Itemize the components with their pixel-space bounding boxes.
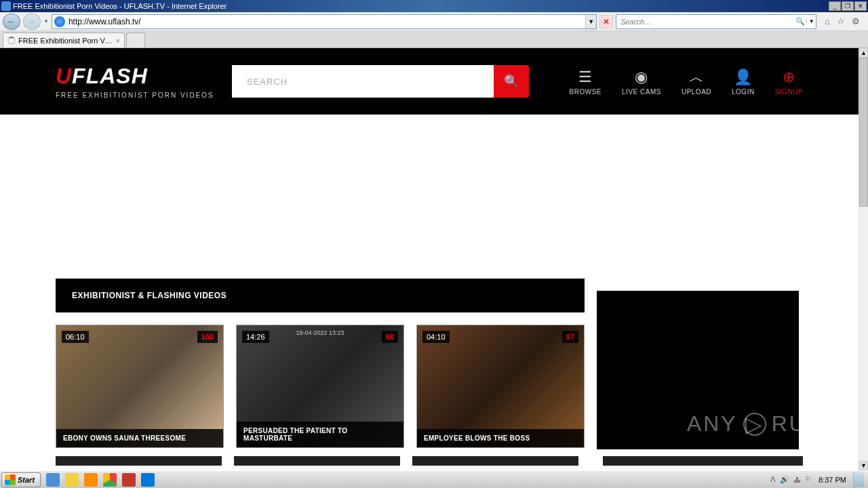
forward-button[interactable]: → — [23, 14, 41, 30]
video-duration: 14:26 — [242, 331, 269, 343]
browser-search-input[interactable] — [616, 18, 795, 26]
video-title: EBONY OWNS SAUNA THREESOME — [56, 429, 223, 447]
loading-spinner-icon — [7, 37, 16, 45]
url-dropdown[interactable]: ▼ — [585, 15, 596, 28]
show-desktop-button[interactable] — [853, 472, 864, 487]
new-tab-button[interactable] — [126, 33, 145, 47]
taskbar-explorer-icon[interactable] — [65, 473, 79, 487]
windows-taskbar: Start ᐱ 🔊 🖧 ⚐ 8:37 PM — [0, 470, 868, 488]
tab-title: FREE Exhibitionist Porn Video... — [18, 37, 113, 45]
nav-signup[interactable]: ⊕ SIGNUP — [775, 68, 803, 96]
video-title: PERSUADED THE PATIENT TO MASTURBATE — [237, 422, 403, 447]
scroll-thumb[interactable] — [859, 58, 868, 207]
nav-history-dropdown[interactable]: ▼ — [43, 18, 49, 24]
nav-upload[interactable]: ︿ UPLOAD — [682, 68, 711, 96]
favorites-icon[interactable]: ☆ — [837, 16, 845, 26]
ie-icon — [1, 1, 11, 11]
video-card[interactable] — [603, 456, 803, 466]
taskbar-media-icon[interactable] — [84, 473, 98, 487]
video-score: 100 — [197, 331, 218, 343]
video-card[interactable] — [412, 456, 578, 466]
globe-icon — [54, 16, 65, 27]
section-title: EXHIBITIONIST & FLASHING VIDEOS — [56, 279, 585, 312]
address-bar[interactable]: http://www.uflash.tv/ ▼ — [52, 14, 597, 29]
webcam-icon: ◉ — [622, 68, 661, 87]
site-search-button[interactable]: 🔍 — [494, 65, 529, 98]
start-button[interactable]: Start — [1, 472, 41, 487]
logo-u: U — [56, 64, 72, 88]
tray-volume-icon[interactable]: 🔊 — [780, 475, 789, 484]
nav-livecams[interactable]: ◉ LIVE CAMS — [622, 68, 661, 96]
close-button[interactable]: ✕ — [854, 1, 867, 11]
scroll-up-arrow[interactable]: ▲ — [859, 48, 868, 58]
video-duration: 04:10 — [422, 331, 450, 343]
video-score: 97 — [562, 331, 578, 343]
back-button[interactable]: ← — [3, 14, 20, 30]
maximize-button[interactable]: ❐ — [842, 1, 854, 11]
hamburger-icon: ☰ — [570, 68, 601, 87]
tools-icon[interactable]: ⚙ — [852, 16, 860, 26]
window-title: FREE Exhibitionist Porn Videos - UFLASH.… — [13, 2, 828, 10]
taskbar-app-icon[interactable] — [122, 473, 136, 487]
tab-bar: FREE Exhibitionist Porn Video... × — [0, 31, 868, 48]
stop-reload-button[interactable]: ✕ — [599, 15, 613, 28]
video-score: 98 — [382, 331, 398, 343]
taskbar-ie-icon[interactable] — [46, 473, 60, 487]
browser-nav-bar: ← → ▼ http://www.uflash.tv/ ▼ ✕ 🔍 ▼ ⌂ ☆ … — [0, 12, 868, 31]
video-card[interactable] — [234, 456, 400, 466]
site-search-input[interactable] — [232, 65, 494, 98]
video-title: EMPLOYEE BLOWS THE BOSS — [417, 429, 584, 447]
page-content: UFLASH FREE EXHIBITIONIST PORN VIDEOS 🔍 … — [0, 48, 859, 470]
video-card[interactable] — [56, 456, 222, 466]
nav-browse[interactable]: ☰ BROWSE — [570, 68, 601, 96]
sidebar-ad-slot[interactable] — [597, 291, 799, 449]
url-text: http://www.uflash.tv/ — [67, 17, 585, 26]
video-timestamp-overlay: 18-04-2022 13:23 — [296, 329, 344, 336]
tab-close-icon[interactable]: × — [116, 37, 120, 45]
video-duration: 06:10 — [62, 331, 89, 343]
minimize-button[interactable]: _ — [829, 1, 841, 11]
vertical-scrollbar[interactable]: ▲ ▼ — [859, 48, 868, 470]
site-tagline: FREE EXHIBITIONIST PORN VIDEOS — [56, 92, 232, 99]
home-icon[interactable]: ⌂ — [825, 16, 830, 26]
site-logo[interactable]: UFLASH FREE EXHIBITIONIST PORN VIDEOS — [56, 64, 232, 99]
tray-flag-icon[interactable]: ⚐ — [805, 475, 812, 484]
tray-expand-icon[interactable]: ᐱ — [770, 475, 776, 484]
scroll-down-arrow[interactable]: ▼ — [859, 461, 868, 470]
site-header: UFLASH FREE EXHIBITIONIST PORN VIDEOS 🔍 … — [0, 48, 859, 115]
video-card[interactable]: 04:10 97 EMPLOYEE BLOWS THE BOSS — [416, 325, 585, 448]
taskbar-chrome-icon[interactable] — [103, 473, 117, 487]
logo-rest: FLASH — [72, 64, 148, 88]
tray-network-icon[interactable]: 🖧 — [793, 476, 801, 484]
plus-circle-icon: ⊕ — [775, 68, 803, 87]
system-clock[interactable]: 8:37 PM — [816, 476, 849, 484]
video-card[interactable]: 06:10 100 EBONY OWNS SAUNA THREESOME — [56, 325, 224, 448]
windows-logo-icon — [5, 474, 16, 485]
search-provider-dropdown[interactable]: ▼ — [806, 18, 816, 24]
browser-tab[interactable]: FREE Exhibitionist Porn Video... × — [3, 33, 125, 47]
taskbar-edge-icon[interactable] — [141, 473, 155, 487]
site-search: 🔍 — [232, 65, 529, 98]
window-title-bar: FREE Exhibitionist Porn Videos - UFLASH.… — [0, 0, 868, 12]
user-icon: 👤 — [732, 68, 755, 87]
upload-icon: ︿ — [682, 68, 711, 87]
browser-search-box[interactable]: 🔍 ▼ — [616, 14, 816, 29]
search-icon[interactable]: 🔍 — [795, 17, 806, 26]
nav-login[interactable]: 👤 LOGIN — [732, 68, 755, 96]
video-card[interactable]: 18-04-2022 13:23 14:26 98 PERSUADED THE … — [236, 325, 404, 448]
